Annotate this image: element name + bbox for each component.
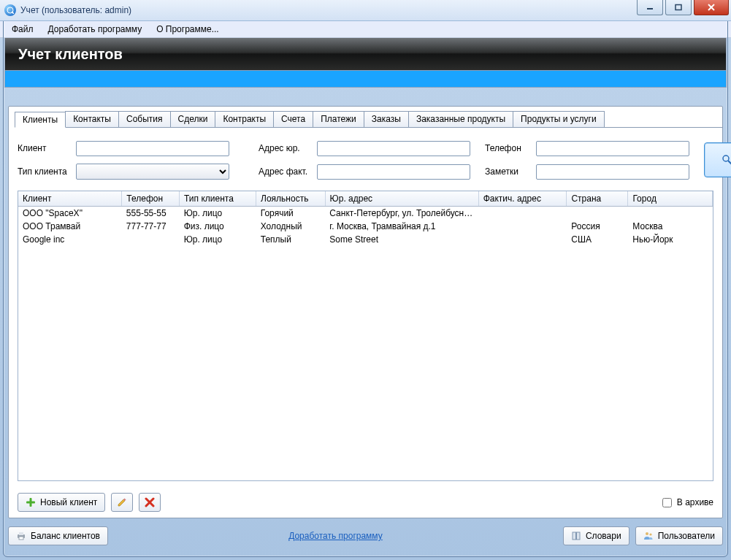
minimize-button[interactable] [637, 0, 663, 15]
col-header[interactable]: Клиент [18, 191, 122, 207]
dictionaries-button[interactable]: Словари [563, 526, 629, 545]
label-client-type: Тип клиента [18, 166, 76, 177]
svg-rect-15 [573, 532, 576, 540]
label-addr-actual: Адрес факт. [259, 166, 317, 177]
input-client[interactable] [76, 141, 229, 156]
tab-4[interactable]: Контракты [215, 111, 274, 127]
svg-point-17 [646, 532, 648, 535]
content-panel: КлиентыКонтактыСобытияСделкиКонтрактыСче… [8, 106, 723, 518]
window-titlebar: Учет (пользователь: admin) [0, 0, 731, 21]
window-title: Учет (пользователь: admin) [20, 5, 131, 15]
page-title: Учет клиентов [18, 46, 123, 63]
tab-8[interactable]: Заказанные продукты [408, 111, 513, 127]
search-icon [722, 154, 731, 166]
archive-label: В архиве [677, 497, 713, 507]
menu-bar: Файл Доработать программу О Программе... [0, 21, 731, 38]
balance-button[interactable]: Баланс клиентов [8, 526, 108, 545]
col-header[interactable]: Юр. адрес [325, 191, 478, 207]
delete-button[interactable] [139, 493, 161, 512]
banner-strip [4, 71, 727, 88]
search-form: Клиент Адрес юр. Телефон Найти Тип клиен… [9, 128, 722, 191]
label-phone: Телефон [485, 143, 536, 153]
improve-link[interactable]: Доработать программу [288, 531, 383, 541]
tab-9[interactable]: Продукты и услуги [513, 111, 605, 127]
table-row[interactable]: ООО "SpaceX"555-55-55Юр. лицоГорячийСанк… [18, 207, 713, 220]
svg-point-18 [649, 533, 651, 535]
label-client: Клиент [18, 143, 76, 153]
col-header[interactable]: Страна [567, 191, 628, 207]
input-notes[interactable] [536, 164, 689, 180]
delete-icon [145, 497, 155, 507]
tab-5[interactable]: Счета [273, 111, 313, 127]
tab-6[interactable]: Платежи [313, 111, 364, 127]
maximize-button[interactable] [665, 0, 692, 15]
pencil-icon [117, 497, 127, 507]
clients-grid: КлиентТелефонТип клиентаЛояльностьЮр. ад… [18, 191, 713, 481]
app-icon [4, 4, 16, 16]
col-header[interactable]: Телефон [122, 191, 180, 207]
col-header[interactable]: Лояльность [256, 191, 326, 207]
col-header[interactable]: Город [628, 191, 713, 207]
balance-label: Баланс клиентов [31, 531, 100, 541]
book-icon [571, 531, 581, 541]
table-row[interactable]: ООО Трамвай777-77-77Физ. лицоХолодныйг. … [18, 220, 713, 233]
grid-header-row: КлиентТелефонТип клиентаЛояльностьЮр. ад… [18, 191, 713, 207]
svg-rect-13 [19, 532, 23, 535]
footer-bar: Баланс клиентов Доработать программу Сло… [8, 525, 723, 547]
tab-7[interactable]: Заказы [364, 111, 409, 127]
tab-0[interactable]: Клиенты [15, 112, 66, 128]
menu-improve[interactable]: Доработать программу [41, 23, 150, 36]
label-notes: Заметки [485, 166, 536, 177]
svg-rect-9 [26, 502, 35, 504]
users-icon [643, 531, 654, 541]
input-addr-legal[interactable] [317, 141, 470, 156]
archive-checkbox[interactable] [662, 498, 672, 507]
printer-icon [16, 531, 26, 541]
tab-1[interactable]: Контакты [65, 111, 119, 127]
svg-point-6 [723, 156, 729, 161]
label-addr-legal: Адрес юр. [259, 143, 317, 153]
users-button[interactable]: Пользователи [635, 526, 723, 545]
col-header[interactable]: Тип клиента [180, 191, 256, 207]
tab-strip: КлиентыКонтактыСобытияСделкиКонтрактыСче… [15, 111, 722, 128]
table-row[interactable]: Google incЮр. лицоТеплыйSome StreetСШАНь… [18, 233, 713, 246]
menu-file[interactable]: Файл [4, 23, 41, 36]
edit-button[interactable] [111, 493, 133, 512]
new-client-label: Новый клиент [40, 497, 97, 507]
dictionaries-label: Словари [586, 531, 621, 541]
tab-3[interactable]: Сделки [170, 111, 216, 127]
menu-about[interactable]: О Программе... [149, 23, 226, 36]
svg-rect-3 [675, 5, 681, 10]
input-phone[interactable] [536, 141, 689, 156]
grid-toolbar: Новый клиент В архиве [9, 487, 722, 518]
close-button[interactable] [694, 0, 729, 15]
find-button[interactable]: Найти [704, 142, 731, 177]
plus-icon [26, 497, 36, 507]
svg-rect-16 [576, 532, 580, 540]
input-addr-actual[interactable] [317, 164, 470, 180]
col-header[interactable]: Фактич. адрес [478, 191, 567, 207]
archive-checkbox-wrap[interactable]: В архиве [659, 496, 713, 510]
tab-2[interactable]: События [118, 111, 171, 127]
select-client-type[interactable] [76, 164, 229, 180]
new-client-button[interactable]: Новый клиент [18, 493, 105, 512]
svg-rect-14 [19, 537, 23, 540]
users-label: Пользователи [658, 531, 715, 541]
page-banner: Учет клиентов [4, 38, 727, 71]
svg-line-7 [728, 161, 731, 164]
grid-body[interactable]: ООО "SpaceX"555-55-55Юр. лицоГорячийСанк… [18, 207, 713, 246]
